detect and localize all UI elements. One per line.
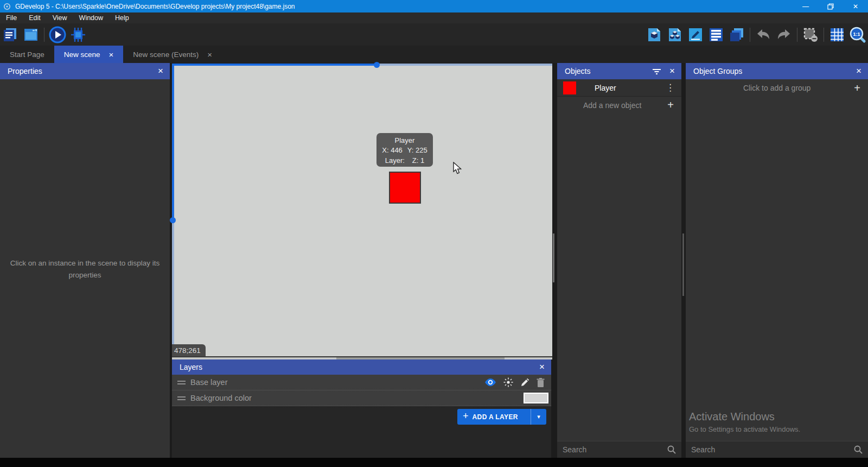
close-icon[interactable]: × (856, 66, 861, 77)
add-object-row[interactable]: Add a new object + (557, 97, 681, 113)
open-instances-list-button[interactable] (726, 26, 747, 44)
canvas-right-scrollbar-thumb[interactable] (553, 234, 554, 282)
object-thumbnail (563, 81, 576, 94)
restore-button[interactable] (818, 0, 843, 12)
tab-new-scene[interactable]: New scene × (54, 46, 124, 63)
properties-empty-message: Click on an instance in the scene to dis… (9, 257, 161, 281)
groups-search-input[interactable] (691, 445, 854, 454)
layers-panel-icon (708, 27, 724, 43)
undo-button[interactable] (753, 26, 774, 44)
close-icon[interactable]: × (669, 66, 675, 77)
kebab-menu-icon[interactable]: ⋮ (666, 82, 675, 93)
object-name: Player (595, 84, 666, 92)
delete-selection-icon (802, 27, 819, 43)
zoom-1-1-button[interactable]: 1:1 (847, 26, 868, 44)
layer-name: Background color (190, 394, 524, 402)
tab-label: New scene (Events) (133, 51, 199, 59)
tooltip-object-name: Player (376, 136, 433, 146)
eye-icon[interactable] (484, 378, 496, 387)
grid-icon (829, 27, 845, 43)
chevron-down-icon[interactable]: ▾ (531, 413, 546, 420)
delete-selection-button[interactable] (800, 26, 821, 44)
close-icon[interactable]: × (158, 66, 163, 77)
add-object-label: Add a new object (583, 101, 667, 110)
menu-item-file[interactable]: File (0, 12, 23, 23)
menu-bar: File Edit View Window Help (0, 12, 868, 23)
watermark-title: Activate Windows (689, 411, 800, 423)
canvas-horizontal-scrollbar[interactable] (172, 64, 552, 66)
scene-canvas[interactable]: Player X: 446 Y: 225 Layer: Z: 1 478;261 (172, 64, 552, 357)
open-properties-panel-button[interactable] (685, 26, 706, 44)
minimize-button[interactable]: — (793, 0, 818, 12)
scrollbar-fill (172, 64, 174, 220)
layer-row-base-layer[interactable]: Base layer (172, 375, 551, 390)
zoom-1-1-icon: 1:1 (849, 26, 866, 43)
object-groups-panel-icon (667, 27, 683, 43)
canvas-vertical-scrollbar[interactable] (172, 64, 174, 357)
background-color-swatch[interactable] (524, 393, 548, 403)
tab-close-icon[interactable]: × (207, 51, 212, 59)
menu-item-window[interactable]: Window (73, 12, 109, 23)
objects-panel-header: Objects × (557, 63, 681, 79)
debugger-button[interactable] (68, 26, 88, 44)
drag-handle-icon[interactable] (177, 395, 186, 402)
titlebar: GDevelop 5 - C:\Users\Sparkle\OneDrive\D… (0, 0, 868, 12)
tab-start-page[interactable]: Start Page (0, 46, 54, 63)
add-layer-button[interactable]: + ADD A LAYER ▾ (457, 409, 546, 425)
layer-list: Base layer Background color (172, 375, 551, 406)
edit-icon[interactable] (520, 378, 529, 387)
search-icon (854, 445, 863, 454)
object-row-player[interactable]: Player ⋮ (557, 79, 681, 97)
toolbar-separator (44, 28, 44, 42)
layer-row-background-color[interactable]: Background color (172, 390, 551, 406)
tooltip-layer: Layer: (385, 156, 405, 166)
toggle-grid-button[interactable] (827, 26, 847, 44)
effects-icon[interactable] (503, 377, 513, 387)
player-instance[interactable] (389, 172, 421, 204)
tab-close-icon[interactable]: × (109, 51, 114, 59)
gdevelop-window: GDevelop 5 - C:\Users\Sparkle\OneDrive\D… (0, 0, 868, 467)
panel-title: Object Groups (693, 67, 856, 75)
close-button[interactable]: ✕ (843, 0, 868, 12)
editor-tab-bar: Start Page New scene × New scene (Events… (0, 46, 868, 63)
objects-search-row (557, 441, 681, 458)
menu-item-help[interactable]: Help (109, 12, 135, 23)
svg-text:1:1: 1:1 (853, 31, 860, 37)
tab-label: New scene (64, 51, 100, 59)
filter-icon[interactable] (653, 68, 661, 74)
panel-title: Properties (8, 67, 158, 75)
tab-new-scene-events[interactable]: New scene (Events) × (123, 46, 222, 63)
scrollbar-handle[interactable] (170, 217, 176, 223)
trash-icon[interactable] (537, 378, 545, 387)
menu-item-view[interactable]: View (47, 12, 73, 23)
tooltip-y: Y: 225 (407, 146, 427, 155)
open-objects-panel-button[interactable] (644, 26, 665, 44)
properties-panel: Properties × Click on an instance in the… (0, 63, 170, 458)
play-preview-button[interactable] (47, 26, 68, 44)
redo-button[interactable] (774, 26, 794, 44)
scrollbar-handle[interactable] (374, 62, 380, 68)
properties-panel-header: Properties × (0, 63, 170, 79)
layer-name: Base layer (190, 378, 484, 387)
project-manager-icon (2, 27, 18, 43)
project-manager-button[interactable] (0, 26, 21, 44)
drag-handle-icon[interactable] (177, 379, 186, 386)
add-layer-label: ADD A LAYER (473, 413, 531, 421)
add-group-row[interactable]: Click to add a group + (686, 79, 868, 97)
preview-window-button[interactable] (21, 26, 41, 44)
toolbar: 1:1 (0, 23, 868, 46)
objects-search-input[interactable] (563, 445, 667, 454)
main-content: Properties × Click on an instance in the… (0, 63, 868, 458)
layers-panel: Layers × Base layer Background colo (172, 359, 551, 458)
objects-panel-icon (646, 27, 662, 43)
close-icon[interactable]: × (539, 362, 545, 373)
open-object-groups-panel-button[interactable] (665, 26, 685, 44)
menu-item-edit[interactable]: Edit (23, 12, 47, 23)
search-icon (667, 445, 676, 454)
toolbar-separator (750, 28, 750, 42)
open-layers-panel-button[interactable] (706, 26, 726, 44)
panel-scrollbar-thumb[interactable] (682, 234, 684, 296)
redo-icon (776, 27, 792, 43)
instance-tooltip: Player X: 446 Y: 225 Layer: Z: 1 (376, 133, 433, 167)
play-preview-icon (49, 26, 66, 43)
